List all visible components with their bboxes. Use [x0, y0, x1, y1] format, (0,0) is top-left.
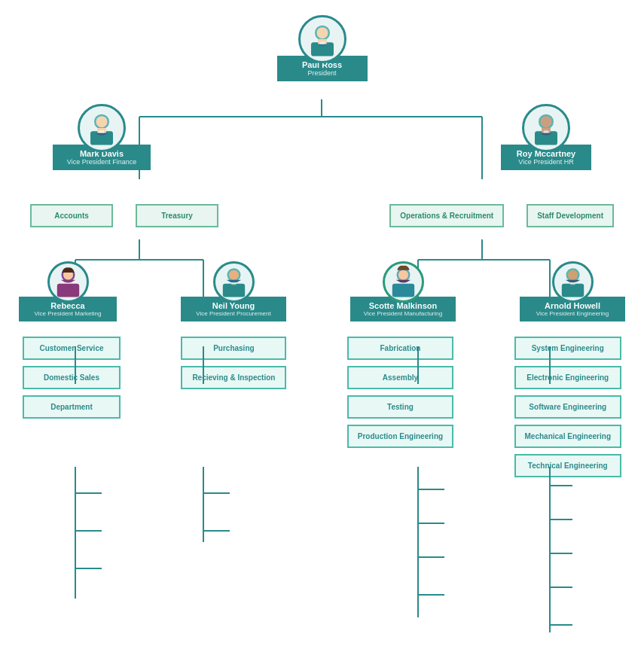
level-5: Customer Service Domestic Sales Departme… — [8, 337, 636, 477]
avatar-scotte — [383, 261, 424, 303]
node-arnold[interactable]: Arnold Howell Vice President Engineering — [520, 261, 625, 321]
level-3: Accounts Treasury Operations & Recruitme… — [8, 204, 636, 227]
dept-customer-service[interactable]: Customer Service — [23, 337, 121, 360]
dept-staff-development[interactable]: Staff Development — [526, 204, 614, 227]
dept-mechanical-eng[interactable]: Mechanical Engineering — [514, 425, 621, 448]
scotte-depts: Fabrication Assembly Testing Production … — [347, 337, 453, 448]
svg-point-46 — [96, 116, 108, 127]
svg-rect-62 — [392, 283, 414, 297]
finance-depts: Accounts Treasury — [30, 204, 218, 227]
level-2: Mark Davis Vice President Finance Roy Mc… — [8, 104, 636, 170]
dept-production[interactable]: Production Engineering — [347, 425, 453, 448]
dept-purchasing[interactable]: Purchasing — [181, 337, 286, 360]
svg-rect-55 — [56, 283, 78, 297]
svg-point-63 — [398, 270, 407, 279]
dept-technical-eng[interactable]: Technical Engineering — [514, 454, 621, 477]
avatar-icon-paul — [304, 20, 341, 58]
svg-point-59 — [228, 270, 238, 279]
avatar-icon-rebecca — [50, 264, 87, 301]
svg-rect-48 — [99, 130, 105, 133]
node-scotte[interactable]: Scotte Malkinson Vice President Manufact… — [350, 261, 456, 321]
rebecca-depts: Customer Service Domestic Sales Departme… — [23, 337, 121, 419]
dept-electronic-eng[interactable]: Electronic Engineering — [514, 366, 621, 389]
org-chart: Paul Ross President Mark Davis Vice Pre — [0, 0, 644, 492]
dept-assembly[interactable]: Assembly — [347, 366, 453, 389]
level-4: Rebecca Vice President Marketing — [8, 261, 636, 321]
node-neil-young[interactable]: Neil Young Vice President Procurement — [181, 261, 286, 321]
avatar-roy-mccartney — [522, 104, 570, 152]
dept-testing[interactable]: Testing — [347, 395, 453, 419]
svg-point-51 — [541, 116, 552, 127]
svg-rect-60 — [231, 282, 237, 285]
svg-rect-65 — [561, 283, 583, 297]
avatar-icon-neil — [215, 264, 252, 301]
dept-system-eng[interactable]: System Engineering — [514, 337, 621, 360]
hr-depts: Operations & Recruitment Staff Developme… — [389, 204, 614, 227]
svg-rect-67 — [570, 282, 575, 285]
dept-software-eng[interactable]: Software Engineering — [514, 395, 621, 419]
avatar-paul-ross — [298, 15, 346, 63]
svg-rect-58 — [222, 283, 244, 297]
level-1: Paul Ross President — [8, 15, 636, 81]
avatar-mark-davis — [78, 104, 126, 152]
connector-lines — [0, 0, 644, 649]
dept-department[interactable]: Department — [23, 395, 121, 419]
svg-rect-43 — [319, 41, 325, 44]
neil-depts: Purchasing Recieving & Inspection — [181, 337, 286, 389]
dept-fabrication[interactable]: Fabrication — [347, 337, 453, 360]
dept-receiving[interactable]: Recieving & Inspection — [181, 366, 286, 389]
svg-point-41 — [316, 27, 328, 38]
avatar-rebecca — [47, 261, 89, 303]
node-roy-mccartney[interactable]: Roy Mccartney Vice President HR — [501, 104, 591, 170]
svg-rect-53 — [544, 130, 549, 133]
avatar-icon-arnold — [554, 264, 591, 301]
avatar-icon-scotte — [385, 264, 422, 301]
avatar-arnold — [552, 261, 594, 303]
node-mark-davis[interactable]: Mark Davis Vice President Finance — [53, 104, 151, 170]
svg-point-66 — [567, 270, 577, 279]
avatar-neil — [213, 261, 255, 303]
avatar-icon-roy — [527, 109, 565, 147]
node-rebecca[interactable]: Rebecca Vice President Marketing — [19, 261, 117, 321]
dept-treasury[interactable]: Treasury — [136, 204, 218, 227]
dept-operations[interactable]: Operations & Recruitment — [389, 204, 504, 227]
node-paul-ross[interactable]: Paul Ross President — [277, 15, 368, 81]
avatar-icon-mark — [83, 109, 121, 147]
dept-accounts[interactable]: Accounts — [30, 204, 113, 227]
dept-domestic-sales[interactable]: Domestic Sales — [23, 366, 121, 389]
arnold-depts: System Engineering Electronic Engineerin… — [514, 337, 621, 477]
